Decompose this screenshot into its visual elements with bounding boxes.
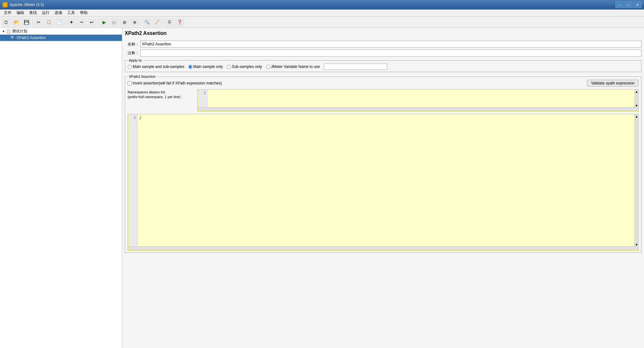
toolbar-sep-3 (98, 18, 98, 26)
namespace-editor[interactable]: 1 ▲ ▼ (197, 89, 639, 111)
open-button[interactable]: 📂 (11, 18, 21, 27)
validate-button[interactable]: Validate xpath expression (587, 80, 639, 87)
close-button[interactable]: ✕ (633, 2, 641, 8)
help-button[interactable]: ❓ (175, 18, 184, 27)
xpath-scroll-up[interactable]: ▲ (635, 114, 638, 118)
comment-row: 注释： (125, 50, 641, 57)
tree-item-label-plan: 测试计划 (12, 29, 27, 34)
invert-checkbox-label[interactable]: Invert assertion(will fail if XPath expr… (128, 81, 222, 85)
radio-sub-only[interactable]: Sub-samples only (227, 64, 262, 69)
namespace-label-text: Namespaces aliases list(prefix=full name… (128, 90, 182, 99)
app-icon: J (3, 2, 8, 7)
invert-validate-row: Invert assertion(will fail if XPath expr… (128, 80, 639, 87)
radio-variable-input[interactable] (266, 65, 270, 69)
xpath-line-numbers: 1 (128, 114, 137, 246)
namespace-label: Namespaces aliases list(prefix=full name… (128, 89, 197, 100)
save-button[interactable]: 💾 (22, 18, 31, 27)
title-bar-text: Apache JMeter (5.5) (10, 3, 615, 7)
tree-plan-icon: 📋 (6, 29, 11, 34)
toolbar-sep-5 (163, 18, 163, 26)
name-label: 名称： (125, 42, 139, 47)
start-button[interactable]: ▶ (99, 18, 109, 27)
xpath-editor-inner: 1 / ▲ ▼ (128, 114, 638, 246)
search-button[interactable]: 🔍 (142, 18, 152, 27)
tree-arrow-leaf (6, 36, 10, 40)
toolbar-sep-2 (65, 18, 65, 26)
copy-button[interactable]: 📋 (44, 18, 54, 27)
tree-item-xpath-assertion[interactable]: 🔍 XPath2 Assertion (0, 35, 122, 41)
maximize-button[interactable]: □ (624, 2, 633, 8)
namespace-scroll-down[interactable]: ▼ (635, 104, 638, 107)
title-bar-controls: ─ □ ✕ (615, 2, 641, 8)
invert-label-text: Invert assertion(will fail if XPath expr… (133, 81, 222, 85)
tree-xpath-icon: 🔍 (10, 35, 15, 40)
xpath-scrollbar-right[interactable]: ▲ ▼ (634, 114, 638, 246)
shutdown-button[interactable]: ⏺ (130, 18, 139, 27)
radio-main-sub-input[interactable] (128, 65, 132, 69)
namespace-code-content[interactable] (207, 90, 634, 107)
namespace-editor-inner: 1 ▲ ▼ (198, 90, 638, 107)
menu-run[interactable]: 运行 (39, 10, 52, 16)
start-no-pause-button[interactable]: ▷ (110, 18, 119, 27)
radio-sub-only-label: Sub-samples only (232, 64, 262, 69)
menu-find[interactable]: 查找 (27, 10, 39, 16)
minimize-button[interactable]: ─ (615, 2, 624, 8)
xpath-line-1: 1 (134, 116, 136, 120)
cut-button[interactable]: ✂ (34, 18, 43, 27)
clear-button[interactable]: 🧹 (152, 18, 162, 27)
radio-variable[interactable]: JMeter Variable Name to use (266, 64, 320, 69)
tree-item-test-plan[interactable]: ▼ 📋 测试计划 (0, 28, 122, 35)
tree-view-button[interactable]: ☰ (165, 18, 174, 27)
apply-to-fieldset: Apply to: Main sample and sub-samples Ma… (125, 58, 641, 72)
toolbar-sep-4 (141, 18, 141, 26)
radio-main-sub[interactable]: Main sample and sub-samples (128, 64, 184, 69)
namespace-scrollbar-right[interactable]: ▲ ▼ (634, 90, 638, 107)
toolbar-sep-1 (32, 18, 33, 26)
main-layout: ▼ 📋 测试计划 🔍 XPath2 Assertion XPath2 Asser… (0, 28, 644, 348)
invert-checkbox[interactable] (128, 81, 132, 85)
apply-to-legend: Apply to: (128, 58, 144, 62)
panel-title: XPath2 Assertion (125, 30, 641, 37)
xpath-editor[interactable]: 1 / ▲ ▼ (128, 114, 639, 251)
menu-bar: 文件 编辑 查找 运行 选项 工具 帮助 (0, 10, 644, 17)
radio-main-only[interactable]: Main sample only (188, 64, 223, 69)
title-bar: J Apache JMeter (5.5) ─ □ ✕ (0, 0, 644, 10)
menu-file[interactable]: 文件 (1, 10, 14, 16)
comment-label: 注释： (125, 50, 139, 56)
right-panel: XPath2 Assertion 名称： 注释： Apply to: Main … (122, 28, 644, 348)
stop-button[interactable]: ⏹ (120, 18, 129, 27)
tree-indent (1, 36, 6, 40)
name-input[interactable] (140, 41, 641, 48)
left-panel: ▼ 📋 测试计划 🔍 XPath2 Assertion (0, 28, 122, 348)
undo-button[interactable]: ↩ (87, 18, 96, 27)
menu-options[interactable]: 选项 (52, 10, 65, 16)
xpath-code-content[interactable]: / (137, 114, 634, 246)
variable-name-input[interactable] (324, 64, 387, 70)
xpath-scrollbar-bottom[interactable] (128, 246, 638, 250)
toolbar: 🗋 📂 💾 ✂ 📋 📄 + − ↩ ▶ ▷ ⏹ ⏺ 🔍 🧹 ☰ ❓ (0, 17, 644, 28)
add-button[interactable]: + (67, 18, 76, 27)
xpath2-section-legend: XPath2 Assertion (128, 75, 157, 78)
namespace-scroll-track (635, 93, 638, 104)
remove-button[interactable]: − (77, 18, 86, 27)
xpath-scroll-track (635, 118, 638, 243)
name-row: 名称： (125, 41, 641, 48)
xpath-scroll-down[interactable]: ▼ (635, 243, 638, 246)
radio-main-only-input[interactable] (188, 65, 192, 69)
radio-main-sub-label: Main sample and sub-samples (133, 64, 184, 69)
radio-main-only-label: Main sample only (193, 64, 223, 69)
comment-input[interactable] (140, 50, 641, 57)
namespace-scrollbar-bottom[interactable] (198, 107, 638, 111)
apply-to-radio-group: Main sample and sub-samples Main sample … (128, 64, 639, 70)
xpath2-assertion-fieldset: XPath2 Assertion Invert assertion(will f… (125, 75, 641, 253)
paste-button[interactable]: 📄 (54, 18, 64, 27)
menu-edit[interactable]: 编辑 (14, 10, 27, 16)
new-button[interactable]: 🗋 (1, 18, 11, 27)
tree-arrow-expand: ▼ (1, 29, 6, 34)
tree-item-label-xpath: XPath2 Assertion (17, 36, 46, 40)
menu-tools[interactable]: 工具 (65, 10, 77, 16)
namespace-scroll-up[interactable]: ▲ (635, 90, 638, 93)
namespace-line-1: 1 (203, 91, 206, 95)
radio-sub-only-input[interactable] (227, 65, 231, 69)
menu-help[interactable]: 帮助 (77, 10, 90, 16)
